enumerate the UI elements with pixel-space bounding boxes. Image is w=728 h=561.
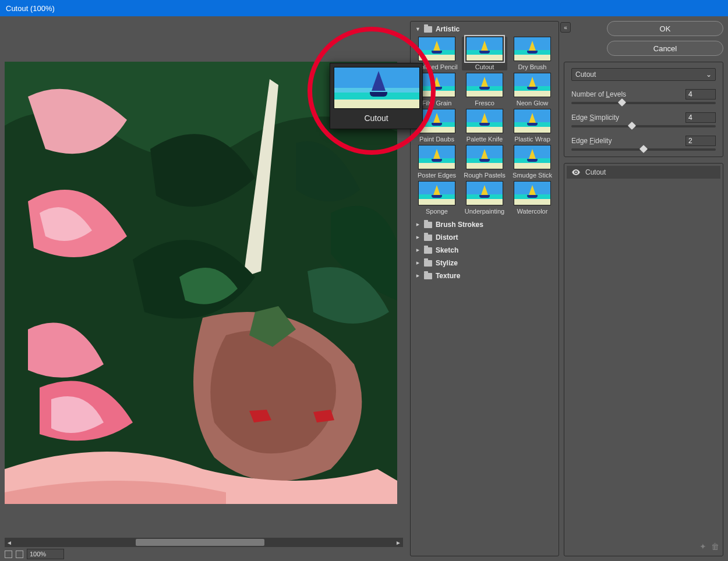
param-levels-slider[interactable] bbox=[571, 102, 716, 104]
filter-thumb-smudge-stick[interactable]: Smudge Stick bbox=[510, 145, 555, 179]
param-edge-fidelity: Edge Fidelity bbox=[571, 136, 716, 151]
filter-gallery-panel: ▼ Artistic Colored PencilCutoutDry Brush… bbox=[410, 21, 559, 556]
new-effect-layer-icon[interactable]: ✦ bbox=[699, 542, 706, 551]
thumb-image bbox=[514, 109, 551, 133]
category-artistic-header[interactable]: ▼ Artistic bbox=[412, 23, 557, 35]
param-levels-input[interactable] bbox=[685, 89, 716, 100]
thumb-label: Underpainting bbox=[462, 208, 507, 215]
thumb-image bbox=[418, 145, 455, 169]
folder-icon bbox=[424, 260, 432, 267]
param-simplicity-input[interactable] bbox=[685, 112, 716, 123]
collapsed-categories: ▼Brush Strokes▼Distort▼Sketch▼Stylize▼Te… bbox=[412, 218, 557, 282]
filter-thumb-underpainting[interactable]: Underpainting bbox=[462, 181, 507, 215]
param-fidelity-slider[interactable] bbox=[571, 148, 716, 151]
window-title: Cutout (100%) bbox=[6, 4, 55, 13]
slider-knob[interactable] bbox=[618, 98, 626, 106]
visibility-eye-icon[interactable] bbox=[571, 169, 581, 176]
param-number-of-levels: Number of Levels bbox=[571, 89, 716, 104]
disclosure-triangle-icon: ▼ bbox=[415, 274, 420, 279]
param-simplicity-label: Edge Simplicity bbox=[571, 113, 619, 122]
category-label: Texture bbox=[436, 272, 460, 280]
thumb-label: Cutout bbox=[462, 63, 507, 70]
effect-layer-row[interactable]: Cutout bbox=[567, 166, 720, 179]
thumb-label: Fresco bbox=[462, 100, 507, 106]
thumb-label: Neon Glow bbox=[510, 100, 555, 106]
effect-layer-name: Cutout bbox=[585, 168, 606, 176]
param-simplicity-slider[interactable] bbox=[571, 125, 716, 127]
filter-thumb-poster-edges[interactable]: Poster Edges bbox=[414, 145, 460, 179]
scroll-right-arrow-icon[interactable]: ► bbox=[394, 538, 403, 547]
param-edge-simplicity: Edge Simplicity bbox=[571, 112, 716, 127]
thumb-label: Poster Edges bbox=[414, 172, 460, 179]
thumb-image bbox=[418, 73, 455, 97]
thumb-label: Dry Brush bbox=[510, 63, 555, 70]
filter-thumb-sponge[interactable]: Sponge bbox=[414, 181, 460, 215]
param-fidelity-label: Edge Fidelity bbox=[571, 137, 612, 145]
folder-icon bbox=[424, 222, 432, 228]
app-body: Cutout ◄ ► ▼ Artistic Colored PencilCuto… bbox=[0, 16, 728, 561]
param-levels-label: Number of Levels bbox=[571, 90, 626, 98]
filter-select[interactable]: Cutout ⌄ bbox=[571, 68, 716, 81]
thumb-image bbox=[466, 73, 503, 97]
filter-gallery-column: ▼ Artistic Colored PencilCutoutDry Brush… bbox=[408, 16, 561, 561]
thumb-image bbox=[418, 181, 455, 205]
zoom-in-icon[interactable] bbox=[16, 551, 23, 558]
filter-parameters-panel: Cutout ⌄ Number of Levels Edge Simplicit… bbox=[564, 62, 723, 157]
controls-column: « OK Cancel Cutout ⌄ Number of Levels bbox=[561, 16, 728, 561]
filter-thumb-dry-brush[interactable]: Dry Brush bbox=[510, 37, 555, 70]
horizontal-scrollbar[interactable]: ◄ ► bbox=[5, 538, 403, 547]
delete-effect-layer-icon[interactable]: 🗑 bbox=[711, 542, 719, 551]
zoom-out-icon[interactable] bbox=[5, 551, 12, 558]
folder-icon bbox=[424, 235, 432, 241]
thumb-image bbox=[466, 37, 503, 61]
category-distort-header[interactable]: ▼Distort bbox=[412, 231, 557, 244]
svg-point-1 bbox=[575, 171, 577, 173]
category-stylize-header[interactable]: ▼Stylize bbox=[412, 257, 557, 269]
category-sketch-header[interactable]: ▼Sketch bbox=[412, 244, 557, 257]
disclosure-triangle-icon: ▼ bbox=[415, 222, 420, 228]
thumb-image bbox=[514, 181, 551, 205]
disclosure-triangle-icon: ▼ bbox=[415, 261, 420, 266]
filter-thumb-neon-glow[interactable]: Neon Glow bbox=[510, 73, 555, 106]
thumb-image bbox=[514, 145, 551, 169]
effect-layers-panel: Cutout ✦ 🗑 bbox=[564, 163, 723, 556]
filter-select-value: Cutout bbox=[575, 70, 596, 79]
zoom-bar bbox=[0, 547, 408, 561]
tooltip-label: Cutout bbox=[334, 113, 419, 123]
category-texture-header[interactable]: ▼Texture bbox=[412, 269, 557, 282]
thumb-label: Palette Knife bbox=[462, 136, 507, 143]
cancel-button[interactable]: Cancel bbox=[607, 41, 723, 56]
filter-thumb-watercolor[interactable]: Watercolor bbox=[510, 181, 555, 215]
dialog-buttons: OK Cancel bbox=[564, 21, 723, 56]
window-titlebar: Cutout (100%) bbox=[0, 0, 728, 16]
zoom-input[interactable] bbox=[27, 549, 64, 559]
thumb-label: Smudge Stick bbox=[510, 172, 555, 179]
slider-knob[interactable] bbox=[628, 122, 636, 130]
folder-icon bbox=[424, 26, 432, 33]
filter-thumb-palette-knife[interactable]: Palette Knife bbox=[462, 109, 507, 143]
filter-thumb-cutout[interactable]: Cutout bbox=[462, 37, 507, 70]
folder-icon bbox=[424, 247, 432, 254]
filter-tooltip: Cutout bbox=[330, 63, 423, 129]
category-label: Stylize bbox=[436, 259, 458, 267]
filter-thumb-rough-pastels[interactable]: Rough Pastels bbox=[462, 145, 507, 179]
thumb-label: Sponge bbox=[414, 208, 460, 215]
panel-collapse-icon[interactable]: « bbox=[560, 22, 571, 33]
slider-knob[interactable] bbox=[639, 145, 648, 153]
disclosure-triangle-icon: ▼ bbox=[415, 235, 420, 240]
param-fidelity-input[interactable] bbox=[685, 136, 716, 146]
thumb-label: Rough Pastels bbox=[462, 172, 507, 179]
filter-thumb-fresco[interactable]: Fresco bbox=[462, 73, 507, 106]
disclosure-triangle-icon: ▼ bbox=[415, 26, 420, 32]
category-brush-strokes-header[interactable]: ▼Brush Strokes bbox=[412, 218, 557, 231]
scrollbar-thumb[interactable] bbox=[136, 539, 265, 546]
thumb-label: Paint Daubs bbox=[414, 136, 460, 143]
scroll-left-arrow-icon[interactable]: ◄ bbox=[5, 538, 14, 547]
filter-thumbnail-grid: Colored PencilCutoutDry BrushFilm GrainF… bbox=[412, 35, 557, 218]
disclosure-triangle-icon: ▼ bbox=[415, 248, 420, 253]
ok-button[interactable]: OK bbox=[607, 21, 723, 36]
category-artistic-label: Artistic bbox=[436, 25, 460, 33]
category-label: Sketch bbox=[436, 246, 458, 254]
thumb-label: Plastic Wrap bbox=[510, 136, 555, 143]
filter-thumb-plastic-wrap[interactable]: Plastic Wrap bbox=[510, 109, 555, 143]
